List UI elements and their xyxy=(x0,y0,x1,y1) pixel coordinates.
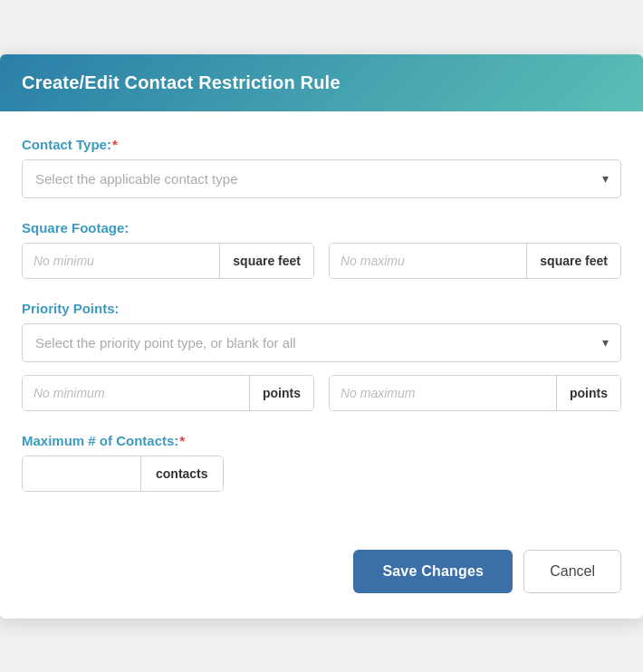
max-contacts-unit: contacts xyxy=(140,456,223,491)
square-footage-group: Square Footage: square feet square feet xyxy=(22,220,621,279)
contact-type-required: * xyxy=(112,137,118,152)
save-button[interactable]: Save Changes xyxy=(353,550,513,593)
modal-body: Contact Type:* Select the applicable con… xyxy=(0,111,643,535)
square-footage-max-group: square feet xyxy=(329,243,621,279)
priority-points-range-row: points points xyxy=(22,375,621,411)
priority-points-select-wrapper: Select the priority point type, or blank… xyxy=(22,323,621,362)
max-contacts-label: Maximum # of Contacts:* xyxy=(22,433,621,448)
priority-points-group: Priority Points: Select the priority poi… xyxy=(22,301,621,411)
contact-type-group: Contact Type:* Select the applicable con… xyxy=(22,137,621,198)
modal-container: Create/Edit Contact Restriction Rule Con… xyxy=(0,54,643,619)
contact-type-select-wrapper: Select the applicable contact type ▾ xyxy=(22,159,621,198)
priority-points-min-unit: points xyxy=(249,376,313,410)
cancel-button[interactable]: Cancel xyxy=(523,550,621,593)
square-footage-min-group: square feet xyxy=(22,243,314,279)
modal-title: Create/Edit Contact Restriction Rule xyxy=(22,72,621,93)
priority-points-select[interactable]: Select the priority point type, or blank… xyxy=(22,323,621,362)
square-footage-range-row: square feet square feet xyxy=(22,243,621,279)
square-footage-max-input[interactable] xyxy=(330,244,526,278)
modal-header: Create/Edit Contact Restriction Rule xyxy=(0,54,643,111)
contact-type-label: Contact Type:* xyxy=(22,137,621,152)
modal-footer: Save Changes Cancel xyxy=(0,535,643,619)
square-footage-min-input[interactable] xyxy=(23,244,219,278)
contact-type-select[interactable]: Select the applicable contact type xyxy=(22,159,621,198)
max-contacts-row: contacts xyxy=(22,456,224,492)
priority-points-max-unit: points xyxy=(556,376,620,410)
priority-points-max-input[interactable] xyxy=(330,376,556,410)
max-contacts-required: * xyxy=(179,433,185,448)
priority-points-max-group: points xyxy=(329,375,621,411)
square-footage-max-unit: square feet xyxy=(526,244,620,278)
max-contacts-group: Maximum # of Contacts:* contacts xyxy=(22,433,621,492)
priority-points-min-group: points xyxy=(22,375,314,411)
square-footage-label: Square Footage: xyxy=(22,220,621,235)
max-contacts-input[interactable] xyxy=(23,456,140,491)
priority-points-label: Priority Points: xyxy=(22,301,621,316)
square-footage-min-unit: square feet xyxy=(219,244,313,278)
priority-points-min-input[interactable] xyxy=(23,376,249,410)
